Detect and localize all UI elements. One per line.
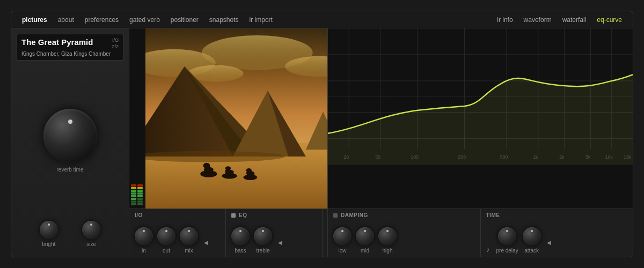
vu-seg <box>131 203 136 205</box>
vu-seg <box>137 190 143 192</box>
eq-bottom-controls: DAMPING low mid high <box>328 209 633 257</box>
bright-unit: bright <box>40 221 58 247</box>
reverb-knob[interactable] <box>43 109 97 162</box>
size-unit: size <box>82 221 100 247</box>
nav-about[interactable]: about <box>53 11 79 28</box>
vu-seg <box>131 198 136 200</box>
nav-positioner[interactable]: positioner <box>165 11 204 28</box>
svg-text:500: 500 <box>500 154 508 160</box>
svg-text:5k: 5k <box>586 154 591 160</box>
pre-delay-knob[interactable] <box>498 227 516 245</box>
bottom-controls: I/O in out mix <box>129 209 327 257</box>
svg-text:1k: 1k <box>533 154 538 160</box>
time-section: TIME ♪ pre delay attack <box>481 209 633 257</box>
nav-pictures[interactable]: pictures <box>17 11 53 28</box>
time-arrow[interactable]: ◀ <box>545 239 553 246</box>
io-arrow[interactable]: ◀ <box>202 239 210 246</box>
attack-label: attack <box>524 248 539 254</box>
reverb-knob-container: reverb time <box>17 65 123 217</box>
nav-ir-info[interactable]: ir info <box>492 11 518 28</box>
io-title: I/O <box>135 212 143 218</box>
high-knob[interactable] <box>378 227 397 245</box>
treble-knob[interactable] <box>254 227 272 245</box>
vu-seg <box>137 200 143 203</box>
nav-gated-verb[interactable]: gated verb <box>124 11 165 28</box>
vu-seg <box>137 195 143 197</box>
io-section: I/O in out mix <box>129 209 226 257</box>
plugin-title-area: The Great Pyramid I/O2/2 Kings Chamber, … <box>17 34 123 61</box>
bass-label: bass <box>235 248 246 254</box>
eq-header: EQ <box>231 212 317 218</box>
small-knobs-row: bright size <box>17 217 123 251</box>
vu-seg <box>131 192 136 195</box>
vu-seg <box>131 187 136 189</box>
treble-label: treble <box>256 248 269 254</box>
nav-ir-import[interactable]: ir import <box>244 11 278 28</box>
vu-seg <box>137 198 143 200</box>
damping-header: DAMPING <box>333 212 475 218</box>
out-unit: out <box>157 227 175 254</box>
out-knob[interactable] <box>157 227 175 245</box>
damping-dot <box>333 213 338 218</box>
svg-text:10k: 10k <box>605 154 613 160</box>
vu-seg <box>131 200 136 203</box>
nav-waterfall[interactable]: waterfall <box>557 11 592 28</box>
svg-point-17 <box>204 167 214 172</box>
attack-unit: attack <box>523 227 541 254</box>
in-knob[interactable] <box>135 227 153 245</box>
low-knob[interactable] <box>333 227 352 245</box>
out-label: out <box>163 248 170 254</box>
plugin-title: The Great Pyramid <box>21 38 93 47</box>
nav-eq-curve[interactable]: eq-curve <box>591 11 627 28</box>
pre-delay-unit: pre delay <box>496 227 518 254</box>
eq-section: EQ bass treble ◀ <box>226 209 323 257</box>
vu-seg <box>131 184 136 187</box>
treble-unit: treble <box>254 227 272 254</box>
eq-knobs: bass treble ◀ <box>231 220 317 254</box>
bass-knob[interactable] <box>231 227 250 245</box>
attack-knob[interactable] <box>523 227 541 245</box>
mid-unit: mid <box>356 227 374 254</box>
eq-dot <box>231 213 236 218</box>
left-panel: The Great Pyramid I/O2/2 Kings Chamber, … <box>11 28 129 257</box>
svg-text:18k: 18k <box>624 154 632 160</box>
low-unit: low <box>333 227 352 254</box>
mix-knob[interactable] <box>180 227 198 245</box>
plugin-main: pictures about preferences gated verb po… <box>11 11 633 257</box>
svg-text:100: 100 <box>411 154 419 160</box>
svg-text:50: 50 <box>375 154 380 160</box>
vu-seg <box>137 184 143 187</box>
nav-preferences[interactable]: preferences <box>79 11 124 28</box>
svg-point-18 <box>222 173 237 178</box>
vu-meters <box>129 28 145 209</box>
io-knobs: in out mix ◀ <box>135 220 220 254</box>
vu-seg <box>131 195 136 197</box>
svg-point-22 <box>225 170 234 174</box>
time-title: TIME <box>486 212 500 218</box>
eq-curve-area: 20 50 100 200 500 1k 2k 5k 10k 18k <box>328 28 633 209</box>
vu-seg <box>137 192 143 195</box>
nav-snapshots[interactable]: snapshots <box>204 11 244 28</box>
svg-point-27 <box>246 171 255 175</box>
center-left-panel: I/O in out mix <box>129 28 328 257</box>
in-label: in <box>142 248 146 254</box>
vu-col-left <box>131 32 136 205</box>
svg-text:200: 200 <box>458 154 466 160</box>
mix-label: mix <box>185 248 193 254</box>
vu-seg <box>131 190 136 192</box>
size-label: size <box>86 241 96 247</box>
io-label: I/O2/2 <box>112 38 119 50</box>
vu-picture-row <box>129 28 327 209</box>
damping-title: DAMPING <box>341 212 368 218</box>
size-knob[interactable] <box>82 221 100 239</box>
bright-knob[interactable] <box>40 221 58 239</box>
eq-arrow[interactable]: ◀ <box>276 239 284 246</box>
damping-knobs: low mid high <box>333 220 475 254</box>
damping-section: DAMPING low mid high <box>328 209 481 257</box>
high-label: high <box>383 248 393 254</box>
nav-waveform[interactable]: waveform <box>518 11 557 28</box>
bright-label: bright <box>42 241 55 247</box>
mid-knob[interactable] <box>356 227 374 245</box>
high-unit: high <box>378 227 397 254</box>
vu-seg <box>137 187 143 189</box>
